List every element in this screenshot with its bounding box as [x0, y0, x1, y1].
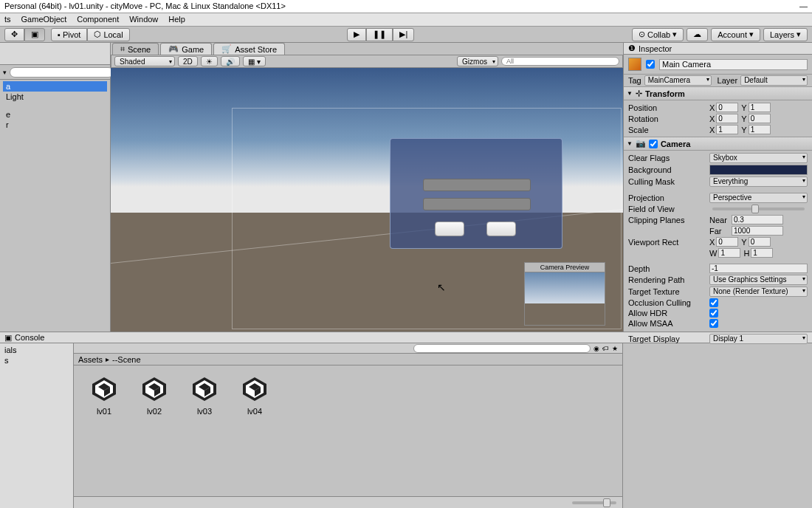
far-field[interactable]	[732, 226, 783, 236]
scene-view[interactable]: Camera Preview ↖	[111, 68, 623, 332]
object-name-field[interactable]	[659, 59, 808, 70]
menu-gameobject[interactable]: GameObject	[21, 15, 67, 24]
menu-component[interactable]: Component	[77, 15, 119, 24]
audio-toggle-icon[interactable]: 🔊	[221, 56, 240, 66]
hierarchy-search[interactable]	[10, 67, 114, 78]
vp-w[interactable]	[718, 248, 740, 258]
menu-window[interactable]: Window	[129, 15, 158, 24]
hierarchy-item[interactable]: a	[3, 81, 107, 92]
renderpath-dropdown[interactable]: Use Graphics Settings	[709, 275, 808, 285]
2d-toggle[interactable]: 2D	[178, 56, 198, 66]
rot-x[interactable]	[716, 114, 738, 123]
vp-y[interactable]	[749, 237, 771, 247]
fx-toggle-icon[interactable]: ▦ ▾	[243, 56, 266, 66]
camera-header[interactable]: ▼📷 Camera	[624, 137, 812, 151]
scl-x[interactable]	[716, 125, 738, 134]
project-search[interactable]	[413, 344, 591, 353]
window-title: Personal (64bit) - lv01.unity - cityMove…	[4, 1, 286, 11]
projection-dropdown[interactable]: Perspective	[709, 193, 808, 203]
scl-y[interactable]	[749, 125, 771, 134]
project-folders: ials s	[0, 343, 74, 508]
rot-y[interactable]	[749, 114, 771, 123]
camera-enabled[interactable]	[649, 140, 658, 148]
shaded-dropdown[interactable]: Shaded	[114, 56, 175, 66]
local-toggle[interactable]: ⬡Local	[87, 28, 129, 41]
collab-dropdown[interactable]: ⊙Collab ▾	[632, 28, 684, 41]
login-field-2[interactable]	[423, 198, 531, 210]
hierarchy-item[interactable]: e	[3, 109, 107, 120]
search-label-icon[interactable]: 🏷	[602, 345, 609, 352]
tab-inspector[interactable]: ❶ Inspector	[624, 43, 812, 55]
transform-header[interactable]: ▼⊹ Transform	[624, 86, 812, 100]
search-filter-icon[interactable]: ◉	[593, 345, 599, 352]
light-toggle-icon[interactable]: ☀	[201, 56, 218, 66]
account-dropdown[interactable]: Account ▾	[711, 28, 760, 41]
tab-asset-store[interactable]: 🛒 Asset Store	[213, 43, 285, 55]
folder-item[interactable]: s	[1, 355, 72, 365]
breadcrumb[interactable]: Assets ▸ --Scene	[74, 354, 622, 365]
folder-item[interactable]: ials	[1, 345, 72, 355]
hierarchy-item[interactable]: Light	[3, 92, 107, 102]
hand-tool[interactable]: ✥	[4, 28, 24, 41]
pause-button[interactable]: ❚❚	[366, 28, 393, 41]
gizmos-dropdown[interactable]: Gizmos	[457, 56, 498, 66]
vp-h[interactable]	[751, 248, 773, 258]
hdr-checkbox[interactable]	[709, 309, 718, 318]
minimize-icon[interactable]: —	[799, 1, 808, 11]
title-bar: Personal (64bit) - lv01.unity - cityMove…	[0, 0, 812, 13]
fov-slider[interactable]	[712, 207, 805, 210]
clearflags-dropdown[interactable]: Skybox	[709, 153, 808, 163]
active-checkbox[interactable]	[646, 60, 655, 69]
tab-scene[interactable]: ⌗ Scene	[112, 43, 159, 55]
tag-dropdown[interactable]: MainCamera	[644, 75, 712, 86]
vp-x[interactable]	[716, 237, 738, 247]
login-button-2[interactable]	[486, 222, 516, 236]
layers-dropdown[interactable]: Layers ▾	[763, 28, 808, 41]
layer-dropdown[interactable]: Default	[740, 75, 808, 86]
near-field[interactable]	[732, 215, 783, 224]
msaa-checkbox[interactable]	[709, 319, 718, 328]
background-color[interactable]	[709, 165, 808, 175]
tab-game[interactable]: 🎮 Game	[160, 43, 212, 55]
menu-assets[interactable]: ts	[4, 15, 11, 24]
create-dropdown[interactable]: ▾	[3, 69, 7, 76]
main-toolbar: ✥ ▣ ▪Pivot ⬡Local ▶ ❚❚ ▶| ⊙Collab ▾ ☁ Ac…	[0, 27, 812, 43]
menu-bar: ts GameObject Component Window Help	[0, 13, 812, 27]
hierarchy-item[interactable]: r	[3, 120, 107, 130]
pos-x[interactable]	[716, 103, 738, 112]
depth-field[interactable]	[709, 264, 808, 273]
targettex-dropdown[interactable]: None (Render Texture)	[709, 286, 808, 297]
cloud-button[interactable]: ☁	[687, 28, 708, 41]
camera-preview: Camera Preview	[524, 262, 605, 326]
login-button-1[interactable]	[435, 222, 464, 236]
pivot-toggle[interactable]: ▪Pivot	[51, 28, 87, 41]
rect-tool[interactable]: ▣	[24, 28, 45, 41]
login-field-1[interactable]	[423, 179, 531, 191]
hierarchy-panel: ▾ a Light e r	[0, 43, 111, 332]
login-panel	[390, 138, 562, 249]
asset-grid: lv01 lv02 lv03 lv04	[74, 365, 622, 496]
step-button[interactable]: ▶|	[393, 28, 414, 41]
asset-item[interactable]: lv04	[238, 374, 272, 416]
targetdisplay-dropdown[interactable]: Display 1	[709, 334, 808, 344]
occlusion-checkbox[interactable]	[709, 298, 718, 307]
gameobject-icon	[628, 58, 641, 71]
search-star-icon[interactable]: ★	[612, 345, 618, 352]
inspector-panel: ❶ Inspector Tag MainCamera Layer Default…	[623, 43, 812, 332]
zoom-slider[interactable]	[572, 501, 616, 504]
asset-item[interactable]: lv02	[137, 374, 171, 416]
culling-dropdown[interactable]: Everything	[709, 176, 808, 187]
asset-item[interactable]: lv01	[87, 374, 121, 416]
scene-search[interactable]	[501, 57, 619, 66]
play-button[interactable]: ▶	[347, 28, 366, 41]
asset-item[interactable]: lv03	[187, 374, 221, 416]
menu-help[interactable]: Help	[168, 15, 185, 24]
pos-y[interactable]	[749, 103, 771, 112]
